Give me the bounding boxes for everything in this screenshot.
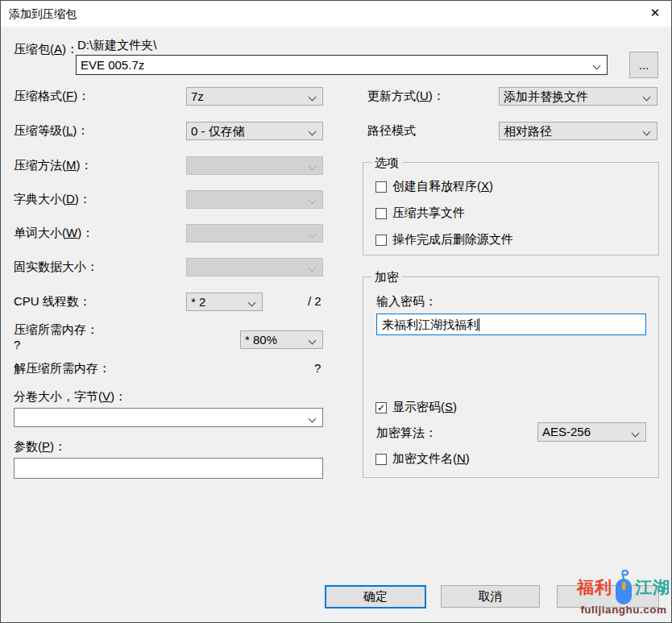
delete-after-label: 操作完成后删除源文件 [392, 232, 513, 247]
compress-shared-label: 压缩共享文件 [392, 206, 465, 221]
memory-compress-value: ? [14, 338, 20, 351]
logo-text-left: 福利 [577, 576, 612, 599]
volume-size-label: 分卷大小，字节(V)： [14, 389, 127, 405]
chevron-down-icon[interactable] [593, 62, 601, 70]
chevron-down-icon[interactable] [309, 128, 317, 136]
archive-name-combo[interactable]: EVE 005.7z [76, 55, 608, 75]
method-label: 压缩方法(M)： [14, 158, 93, 173]
word-size-combo [186, 224, 323, 243]
chevron-down-icon[interactable] [643, 93, 651, 102]
memory-compress-label: 压缩所需内存： [14, 322, 98, 338]
encrypt-names-checkbox[interactable]: 加密文件名(N) [375, 451, 470, 467]
logo-text-right: 江湖 [635, 576, 670, 599]
options-legend: 选项 [371, 155, 402, 170]
archive-label: 压缩包(A)： [14, 42, 78, 57]
chevron-down-icon[interactable] [632, 430, 640, 438]
options-group: 选项 创建自释放程序(X) 压缩共享文件 操作完成后删除源文件 [363, 162, 659, 255]
level-label: 压缩等级(L)： [14, 123, 89, 139]
logo-domain: fulijianghu.com [575, 604, 672, 616]
checkbox-icon[interactable] [375, 208, 387, 219]
show-password-label: 显示密码(S) [392, 400, 457, 415]
solid-block-combo [186, 258, 323, 276]
password-value: 来福利江湖找福利 [382, 318, 479, 331]
chevron-down-icon [309, 163, 317, 171]
chevron-down-icon[interactable] [309, 415, 317, 423]
compress-shared-checkbox[interactable]: 压缩共享文件 [375, 206, 465, 221]
word-size-label: 单词大小(W)： [14, 226, 93, 241]
add-to-archive-dialog: 添加到压缩包 ✕ 压缩包(A)： D:\新建文件夹\ EVE 005.7z ..… [0, 0, 672, 623]
encryption-legend: 加密 [371, 269, 402, 285]
title-bar: 添加到压缩包 ✕ [1, 1, 671, 27]
chevron-down-icon[interactable] [643, 128, 651, 136]
create-sfx-checkbox[interactable]: 创建自释放程序(X) [375, 179, 493, 194]
checkbox-icon[interactable] [375, 181, 387, 193]
dictionary-label: 字典大小(D)： [14, 192, 91, 207]
cpu-threads-max: / 2 [308, 294, 321, 308]
volume-size-combo[interactable] [14, 408, 323, 427]
checkbox-icon[interactable] [375, 454, 387, 465]
create-sfx-label: 创建自释放程序(X) [392, 179, 493, 194]
chevron-down-icon [309, 264, 317, 272]
dictionary-combo [186, 190, 323, 209]
archive-name-value: EVE 005.7z [81, 58, 144, 72]
ok-button[interactable]: 确定 [325, 585, 426, 608]
encryption-method-label: 加密算法： [376, 426, 437, 441]
format-label: 压缩格式(F)： [14, 89, 89, 104]
cpu-threads-combo[interactable]: * 2 [186, 293, 263, 311]
encryption-group: 加密 输入密码： 来福利江湖找福利 ✓ 显示密码(S) 加密算法： AES-25… [363, 276, 659, 478]
browse-button[interactable]: ... [629, 52, 658, 78]
memory-usage-combo[interactable]: * 80% [240, 330, 323, 349]
encrypt-names-label: 加密文件名(N) [392, 451, 470, 467]
cpu-threads-label: CPU 线程数： [14, 294, 91, 309]
path-mode-label: 路径模式 [367, 123, 416, 139]
chevron-down-icon [309, 231, 317, 239]
parameters-label: 参数(P)： [14, 439, 66, 455]
method-combo [186, 156, 323, 175]
chevron-down-icon [309, 197, 317, 205]
mouse-icon [613, 570, 634, 605]
update-mode-label: 更新方式(U)： [367, 89, 445, 104]
solid-block-label: 固实数据大小： [14, 260, 98, 275]
path-mode-combo[interactable]: 相对路径 [499, 122, 657, 140]
password-label: 输入密码： [376, 294, 437, 309]
password-input[interactable]: 来福利江湖找福利 [376, 314, 646, 335]
chevron-down-icon[interactable] [248, 299, 256, 307]
checkbox-checked-icon[interactable]: ✓ [375, 402, 387, 413]
memory-decompress-value: ? [314, 361, 321, 375]
dialog-title: 添加到压缩包 [9, 1, 77, 27]
update-mode-combo[interactable]: 添加并替换文件 [499, 87, 657, 106]
memory-decompress-label: 解压缩所需内存： [14, 361, 110, 376]
cancel-button[interactable]: 取消 [441, 585, 540, 608]
parameters-input[interactable] [14, 458, 323, 479]
checkbox-icon[interactable] [375, 235, 387, 246]
format-combo[interactable]: 7z [186, 87, 323, 106]
close-icon[interactable]: ✕ [639, 1, 671, 27]
delete-after-checkbox[interactable]: 操作完成后删除源文件 [375, 232, 513, 247]
watermark-logo: 福利 江湖 fulijianghu.com [575, 570, 672, 616]
chevron-down-icon[interactable] [309, 93, 317, 102]
show-password-checkbox[interactable]: ✓ 显示密码(S) [375, 400, 457, 415]
level-combo[interactable]: 0 - 仅存储 [186, 122, 323, 140]
text-caret [479, 318, 479, 331]
encryption-method-combo[interactable]: AES-256 [537, 422, 646, 442]
archive-directory: D:\新建文件夹\ [77, 38, 156, 53]
chevron-down-icon[interactable] [309, 337, 317, 345]
